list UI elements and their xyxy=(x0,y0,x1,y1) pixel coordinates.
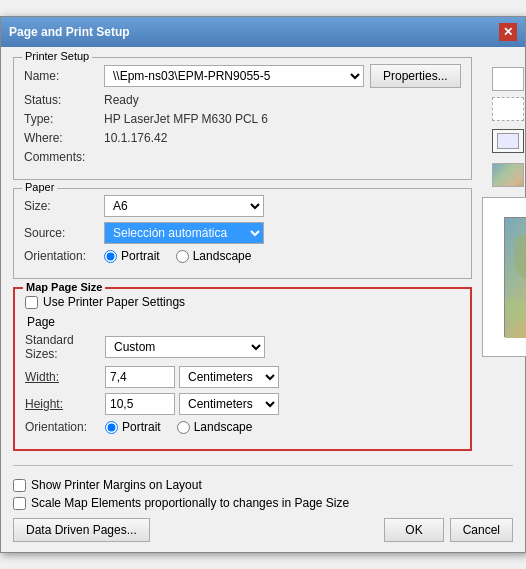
paper-size-row: Size: A6 A4 A5 Letter xyxy=(24,195,461,217)
left-section: Printer Setup Name: \\Epm-ns03\EPM-PRN90… xyxy=(13,57,472,459)
paper-landscape-label: Landscape xyxy=(193,249,252,263)
map-page-option[interactable]: Map Page (Page Layout) xyxy=(492,127,526,155)
show-margins-option[interactable]: Show Printer Margins on Layout xyxy=(13,478,349,492)
separator xyxy=(13,465,513,466)
paper-group-title: Paper xyxy=(22,181,57,193)
action-row: Data Driven Pages... OK Cancel xyxy=(13,518,513,542)
paper-portrait-label: Portrait xyxy=(121,249,160,263)
map-page-icon xyxy=(492,129,524,153)
status-label: Status: xyxy=(24,93,104,107)
name-label: Name: xyxy=(24,69,104,83)
scale-elements-checkbox[interactable] xyxy=(13,497,26,510)
map-portrait-radio[interactable] xyxy=(105,421,118,434)
use-printer-label: Use Printer Paper Settings xyxy=(43,295,185,309)
use-printer-checkbox[interactable] xyxy=(25,296,38,309)
scale-elements-option[interactable]: Scale Map Elements proportionally to cha… xyxy=(13,496,349,510)
type-label: Type: xyxy=(24,112,104,126)
type-value: HP LaserJet MFP M630 PCL 6 xyxy=(104,112,268,126)
paper-orientation-label: Orientation: xyxy=(24,249,104,263)
title-bar: Page and Print Setup ✕ xyxy=(1,17,525,47)
width-row: Width: 7,4 Centimeters Inches Millimeter… xyxy=(25,366,460,388)
paper-orientation-group: Portrait Landscape xyxy=(104,249,251,263)
printer-setup-title: Printer Setup xyxy=(22,50,92,62)
paper-group: Paper Size: A6 A4 A5 Letter Source: xyxy=(13,188,472,279)
width-label: Width: xyxy=(25,370,105,384)
printer-name-row: Name: \\Epm-ns03\EPM-PRN9055-5 Propertie… xyxy=(24,64,461,88)
data-driven-pages-button[interactable]: Data Driven Pages... xyxy=(13,518,150,542)
paper-size-label: Size: xyxy=(24,199,104,213)
comments-label: Comments: xyxy=(24,150,104,164)
printer-setup-group: Printer Setup Name: \\Epm-ns03\EPM-PRN90… xyxy=(13,57,472,180)
properties-button[interactable]: Properties... xyxy=(370,64,461,88)
standard-sizes-row: Standard Sizes: Custom A4 A5 Letter xyxy=(25,333,460,361)
status-value: Ready xyxy=(104,93,139,107)
paper-portrait-option[interactable]: Portrait xyxy=(104,249,160,263)
type-row: Type: HP LaserJet MFP M630 PCL 6 xyxy=(24,112,461,126)
paper-source-row: Source: Selección automática Tray 1 xyxy=(24,222,461,244)
printer-margins-icon xyxy=(492,97,524,121)
printer-paper-option[interactable]: Printer Paper xyxy=(492,67,526,91)
width-input[interactable]: 7,4 xyxy=(105,366,175,388)
paper-landscape-option[interactable]: Landscape xyxy=(176,249,252,263)
width-unit-select[interactable]: Centimeters Inches Millimeters xyxy=(179,366,279,388)
right-section: Printer Paper Printer Margins Map Page (… xyxy=(472,57,526,459)
show-margins-label: Show Printer Margins on Layout xyxy=(31,478,202,492)
bottom-checkboxes: Show Printer Margins on Layout Scale Map… xyxy=(13,478,349,510)
map-svg xyxy=(505,218,526,338)
paper-source-label: Source: xyxy=(24,226,104,240)
bottom-row: Show Printer Margins on Layout Scale Map… xyxy=(13,474,513,510)
map-page-size-title: Map Page Size xyxy=(23,281,105,293)
paper-size-select[interactable]: A6 A4 A5 Letter xyxy=(104,195,264,217)
main-content: Printer Setup Name: \\Epm-ns03\EPM-PRN90… xyxy=(13,57,513,459)
map-landscape-label: Landscape xyxy=(194,420,253,434)
map-preview xyxy=(482,197,526,357)
comments-row: Comments: xyxy=(24,150,461,164)
height-label: Height: xyxy=(25,397,105,411)
page-sublabel: Page xyxy=(27,315,460,329)
cancel-button[interactable]: Cancel xyxy=(450,518,513,542)
close-button[interactable]: ✕ xyxy=(499,23,517,41)
paper-portrait-radio[interactable] xyxy=(104,250,117,263)
show-margins-checkbox[interactable] xyxy=(13,479,26,492)
sample-map-icon xyxy=(492,163,524,187)
map-orientation-label: Orientation: xyxy=(25,420,105,434)
printer-paper-icon xyxy=(492,67,524,91)
map-portrait-label: Portrait xyxy=(122,420,161,434)
map-page-size-group: Map Page Size Use Printer Paper Settings… xyxy=(13,287,472,451)
map-orientation-group: Portrait Landscape xyxy=(105,420,252,434)
ok-cancel-group: OK Cancel xyxy=(384,518,513,542)
standard-sizes-label: Standard Sizes: xyxy=(25,333,105,361)
scale-elements-label: Scale Map Elements proportionally to cha… xyxy=(31,496,349,510)
dialog-body: Printer Setup Name: \\Epm-ns03\EPM-PRN90… xyxy=(1,47,525,552)
use-printer-row: Use Printer Paper Settings xyxy=(25,295,460,309)
paper-landscape-radio[interactable] xyxy=(176,250,189,263)
where-value: 10.1.176.42 xyxy=(104,131,167,145)
printer-margins-option[interactable]: Printer Margins xyxy=(492,97,526,121)
height-input[interactable]: 10,5 xyxy=(105,393,175,415)
map-inner-image xyxy=(504,217,526,337)
map-orientation-row: Orientation: Portrait Landscape xyxy=(25,420,460,434)
right-panel: Printer Paper Printer Margins Map Page (… xyxy=(492,67,526,189)
ok-button[interactable]: OK xyxy=(384,518,443,542)
where-label: Where: xyxy=(24,131,104,145)
map-landscape-radio[interactable] xyxy=(177,421,190,434)
dialog-window: Page and Print Setup ✕ Printer Setup Nam… xyxy=(0,16,526,553)
where-row: Where: 10.1.176.42 xyxy=(24,131,461,145)
paper-source-select[interactable]: Selección automática Tray 1 xyxy=(104,222,264,244)
printer-name-select[interactable]: \\Epm-ns03\EPM-PRN9055-5 xyxy=(104,65,364,87)
status-row: Status: Ready xyxy=(24,93,461,107)
dialog-title: Page and Print Setup xyxy=(9,25,130,39)
height-row: Height: 10,5 Centimeters Inches Millimet… xyxy=(25,393,460,415)
map-landscape-option[interactable]: Landscape xyxy=(177,420,253,434)
sample-map-option[interactable]: Sample Map Elements xyxy=(492,161,526,189)
standard-sizes-select[interactable]: Custom A4 A5 Letter xyxy=(105,336,265,358)
height-unit-select[interactable]: Centimeters Inches Millimeters xyxy=(179,393,279,415)
map-portrait-option[interactable]: Portrait xyxy=(105,420,161,434)
paper-orientation-row: Orientation: Portrait Landscape xyxy=(24,249,461,263)
